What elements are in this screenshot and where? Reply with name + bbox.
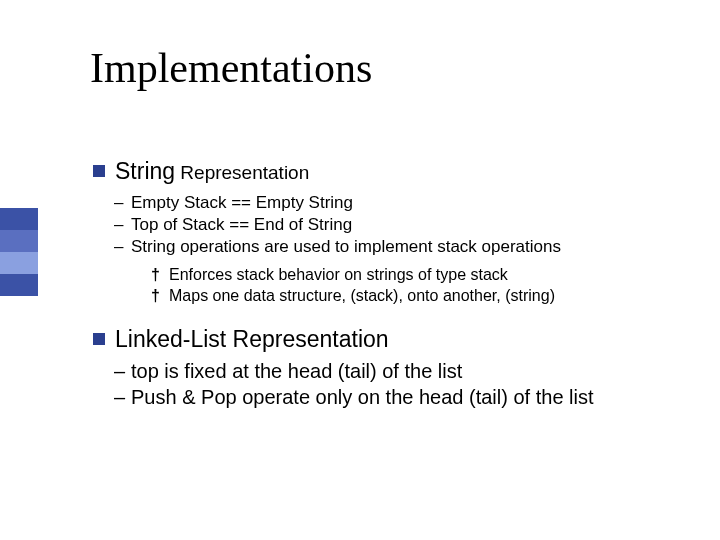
slide: Implementations String Representation – … <box>0 0 720 540</box>
spacer <box>115 306 675 324</box>
dash-bullet-icon: – <box>114 192 123 214</box>
bullet-level2: – String operations are used to implemen… <box>131 236 675 258</box>
dash-bullet-icon: – <box>114 358 125 384</box>
dash-bullet-icon: – <box>114 236 123 258</box>
bullet-level1: String Representation <box>115 156 675 188</box>
sidebar-segment <box>0 252 38 274</box>
dash-bullet-icon: – <box>114 384 125 410</box>
square-bullet-icon <box>93 165 105 177</box>
bullet-level3: † Enforces stack behavior on strings of … <box>169 264 675 285</box>
sidebar-segment <box>0 208 38 230</box>
dagger-bullet-icon: † <box>151 285 160 306</box>
bullet-text: Maps one data structure, (stack), onto a… <box>169 287 555 304</box>
bullet-text: Push & Pop operate only on the head (tai… <box>131 386 594 408</box>
slide-title: Implementations <box>90 44 372 92</box>
bullet-text-main: String <box>115 158 175 184</box>
bullet-level1: Linked-List Representation <box>115 324 675 354</box>
slide-body: String Representation – Empty Stack == E… <box>115 156 675 410</box>
bullet-text-main: Linked-List Representation <box>115 326 389 352</box>
sidebar-segment <box>0 274 38 296</box>
bullet-text: Top of Stack == End of String <box>131 215 352 234</box>
sublist: – top is fixed at the head (tail) of the… <box>115 358 675 410</box>
dash-bullet-icon: – <box>114 214 123 236</box>
bullet-level2: – Push & Pop operate only on the head (t… <box>131 384 675 410</box>
dagger-bullet-icon: † <box>151 264 160 285</box>
bullet-text-sub: Representation <box>175 162 309 183</box>
bullet-text: Enforces stack behavior on strings of ty… <box>169 266 508 283</box>
bullet-level2: – Top of Stack == End of String <box>131 214 675 236</box>
bullet-text: String operations are used to implement … <box>131 237 561 256</box>
square-bullet-icon <box>93 333 105 345</box>
bullet-level3: † Maps one data structure, (stack), onto… <box>169 285 675 306</box>
decorative-sidebar <box>0 208 38 296</box>
bullet-text: Empty Stack == Empty String <box>131 193 353 212</box>
bullet-level2: – Empty Stack == Empty String <box>131 192 675 214</box>
bullet-text: top is fixed at the head (tail) of the l… <box>131 360 462 382</box>
sidebar-segment <box>0 230 38 252</box>
bullet-level2: – top is fixed at the head (tail) of the… <box>131 358 675 384</box>
